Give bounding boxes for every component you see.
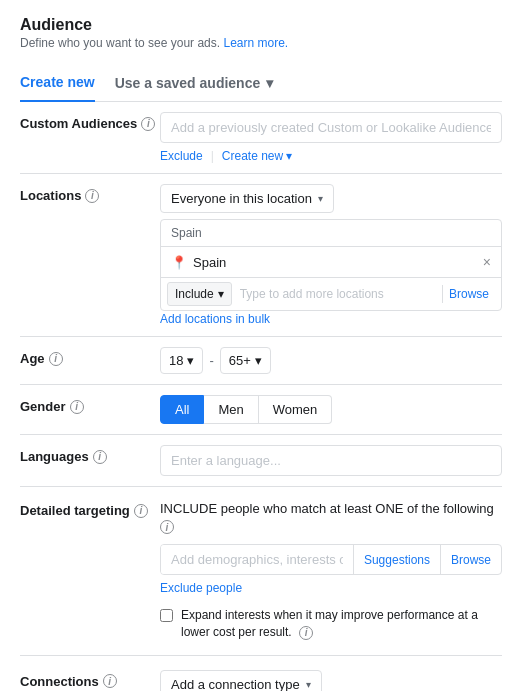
expand-row: Expand interests when it may improve per… [160, 607, 502, 641]
targeting-input-row: Suggestions Browse [160, 544, 502, 575]
age-dash: - [209, 353, 213, 368]
expand-info-icon[interactable]: i [299, 626, 313, 640]
suggestions-button[interactable]: Suggestions [353, 545, 440, 574]
gender-content: All Men Women [160, 395, 502, 424]
chevron-down-icon: ▾ [318, 193, 323, 204]
custom-audiences-label: Custom Audiences i [20, 112, 160, 131]
targeting-box: Suggestions Browse Exclude people Expand… [160, 544, 502, 641]
age-content: 18 ▾ - 65+ ▾ [160, 347, 502, 374]
locations-content: Everyone in this location ▾ Spain 📍 Spai… [160, 184, 502, 326]
languages-content [160, 445, 502, 476]
include-dropdown[interactable]: Include ▾ [167, 282, 232, 306]
chevron-down-icon: ▾ [255, 353, 262, 368]
page-title: Audience [20, 16, 502, 34]
locations-row: Locations i Everyone in this location ▾ … [20, 174, 502, 336]
tabs-container: Create new Use a saved audience ▾ [20, 64, 502, 102]
age-min-dropdown[interactable]: 18 ▾ [160, 347, 203, 374]
age-controls: 18 ▾ - 65+ ▾ [160, 347, 502, 374]
location-header: Spain [161, 220, 501, 247]
detailed-targeting-info-icon[interactable]: i [134, 504, 148, 518]
chevron-down-icon: ▾ [306, 679, 311, 690]
age-info-icon[interactable]: i [49, 352, 63, 366]
custom-audiences-info-icon[interactable]: i [141, 117, 155, 131]
locations-label: Locations i [20, 184, 160, 203]
languages-label: Languages i [20, 445, 160, 464]
expand-interests-text: Expand interests when it may improve per… [181, 607, 502, 641]
exclude-people-link[interactable]: Exclude people [160, 581, 502, 595]
custom-audiences-links: Exclude | Create new ▾ [160, 149, 502, 163]
custom-audiences-row: Custom Audiences i Exclude | Create new … [20, 102, 502, 173]
languages-input[interactable] [160, 445, 502, 476]
location-controls: Include ▾ Browse [161, 277, 501, 310]
detailed-targeting-section: Detailed targeting i INCLUDE people who … [20, 487, 502, 656]
tab-create-new[interactable]: Create new [20, 64, 95, 102]
connections-info-icon[interactable]: i [103, 674, 117, 688]
detailed-targeting-header: Detailed targeting i INCLUDE people who … [20, 501, 502, 534]
custom-audiences-content: Exclude | Create new ▾ [160, 112, 502, 163]
link-divider: | [211, 149, 214, 163]
connections-content: Add a connection type ▾ [160, 670, 502, 691]
connections-label: Connections i [20, 670, 160, 689]
page-header: Audience Define who you want to see your… [20, 16, 502, 50]
age-max-dropdown[interactable]: 65+ ▾ [220, 347, 271, 374]
tab-saved-audience[interactable]: Use a saved audience ▾ [115, 64, 274, 101]
add-location-input[interactable] [236, 283, 438, 305]
detailed-targeting-desc: INCLUDE people who match at least ONE of… [160, 501, 502, 534]
chevron-down-icon: ▾ [266, 75, 273, 91]
page-subtitle: Define who you want to see your ads. Lea… [20, 36, 502, 50]
gender-row: Gender i All Men Women [20, 385, 502, 434]
gender-women-button[interactable]: Women [259, 395, 333, 424]
location-box: Spain 📍 Spain × Include ▾ Browse [160, 219, 502, 311]
location-item: 📍 Spain × [161, 247, 501, 277]
chevron-down-icon: ▾ [187, 353, 194, 368]
chevron-down-icon: ▾ [286, 149, 292, 163]
connections-dropdown[interactable]: Add a connection type ▾ [160, 670, 322, 691]
location-browse-button[interactable]: Browse [442, 285, 495, 303]
languages-info-icon[interactable]: i [93, 450, 107, 464]
chevron-down-icon: ▾ [218, 287, 224, 301]
gender-men-button[interactable]: Men [204, 395, 258, 424]
detailed-targeting-desc-info-icon[interactable]: i [160, 520, 174, 534]
locations-info-icon[interactable]: i [85, 189, 99, 203]
custom-audiences-input[interactable] [160, 112, 502, 143]
connections-row: Connections i Add a connection type ▾ [20, 670, 502, 691]
targeting-input[interactable] [161, 545, 353, 574]
targeting-browse-button[interactable]: Browse [440, 545, 501, 574]
add-bulk-link[interactable]: Add locations in bulk [160, 312, 270, 326]
gender-label: Gender i [20, 395, 160, 414]
create-new-link[interactable]: Create new ▾ [222, 149, 292, 163]
age-label: Age i [20, 347, 160, 366]
gender-buttons: All Men Women [160, 395, 502, 424]
age-row: Age i 18 ▾ - 65+ ▾ [20, 337, 502, 384]
connections-section: Connections i Add a connection type ▾ [20, 656, 502, 691]
gender-info-icon[interactable]: i [70, 400, 84, 414]
detailed-targeting-label: Detailed targeting i [20, 501, 150, 518]
location-type-dropdown[interactable]: Everyone in this location ▾ [160, 184, 334, 213]
languages-row: Languages i [20, 435, 502, 486]
exclude-link[interactable]: Exclude [160, 149, 203, 163]
learn-more-link[interactable]: Learn more. [223, 36, 288, 50]
expand-interests-checkbox[interactable] [160, 609, 173, 622]
location-pin-icon: 📍 [171, 255, 187, 270]
gender-all-button[interactable]: All [160, 395, 204, 424]
remove-location-icon[interactable]: × [483, 254, 491, 270]
